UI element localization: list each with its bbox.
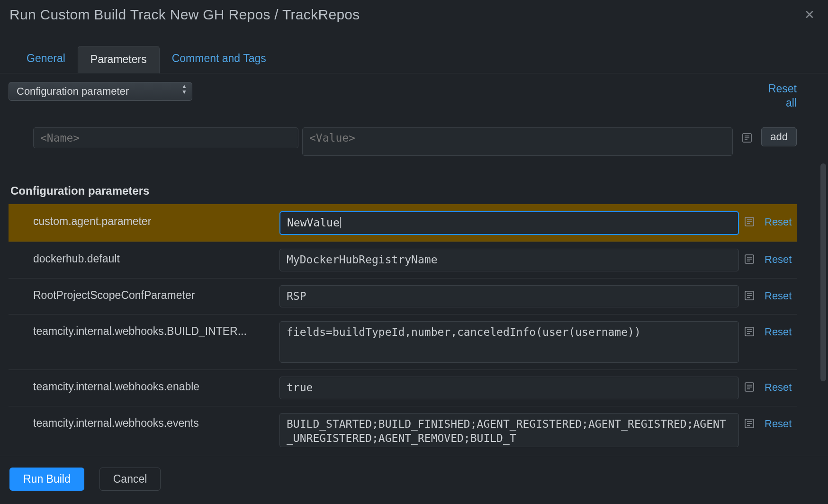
chevron-updown-icon: ▲▼: [181, 84, 187, 94]
edit-spec-icon[interactable]: [744, 381, 755, 393]
close-icon[interactable]: ✕: [804, 9, 815, 21]
tab-comment-and-tags[interactable]: Comment and Tags: [160, 45, 279, 73]
run-build-button[interactable]: Run Build: [9, 468, 84, 491]
param-row: teamcity.internal.webhooks.BUILD_INTER..…: [9, 314, 797, 369]
edit-spec-icon[interactable]: [744, 253, 755, 265]
param-row: teamcity.internal.webhooks.enabletrueRes…: [9, 369, 797, 406]
param-value-input[interactable]: NewValue: [279, 211, 739, 235]
reset-link[interactable]: Reset: [760, 321, 797, 338]
param-value-input[interactable]: BUILD_STARTED;BUILD_FINISHED;AGENT_REGIS…: [279, 413, 739, 447]
param-row: custom.agent.parameterNewValueReset: [9, 204, 797, 242]
param-value-input[interactable]: MyDockerHubRegistryName: [279, 249, 739, 271]
param-name: teamcity.internal.webhooks.BUILD_INTER..…: [9, 321, 279, 338]
parameter-type-select[interactable]: Configuration parameter ▲▼: [9, 82, 192, 101]
tab-general[interactable]: General: [14, 45, 78, 73]
edit-spec-icon[interactable]: [744, 326, 755, 337]
param-row: dockerhub.defaultMyDockerHubRegistryName…: [9, 242, 797, 278]
param-name: custom.agent.parameter: [9, 211, 279, 228]
reset-link[interactable]: Reset: [760, 249, 797, 266]
param-name: teamcity.internal.webhooks.enable: [9, 377, 279, 393]
dialog-titlebar: Run Custom Build Track New GH Repos / Tr…: [0, 0, 828, 29]
param-name: teamcity.internal.webhooks.events: [9, 413, 279, 430]
parameters-list: custom.agent.parameterNewValueResetdocke…: [9, 204, 797, 454]
param-row: teamcity.internal.webhooks.eventsBUILD_S…: [9, 406, 797, 454]
section-heading: Configuration parameters: [10, 184, 797, 198]
content-area: Configuration parameter ▲▼ Reset all add…: [0, 73, 828, 456]
edit-spec-icon[interactable]: [744, 216, 755, 227]
reset-link[interactable]: Reset: [760, 285, 797, 302]
cancel-button[interactable]: Cancel: [99, 468, 161, 491]
edit-spec-icon[interactable]: [744, 418, 755, 429]
reset-link[interactable]: Reset: [760, 377, 797, 394]
reset-all-link[interactable]: Reset all: [768, 82, 797, 110]
edit-spec-icon[interactable]: [744, 290, 755, 301]
dialog-footer: Run Build Cancel: [0, 456, 828, 504]
top-row: Configuration parameter ▲▼ Reset all: [9, 82, 797, 110]
tab-bar: General Parameters Comment and Tags: [0, 29, 828, 73]
reset-link[interactable]: Reset: [760, 211, 797, 228]
add-button[interactable]: add: [761, 127, 797, 146]
edit-spec-icon[interactable]: [741, 132, 753, 144]
param-value-input[interactable]: fields=buildTypeId,number,canceledInfo(u…: [279, 321, 739, 363]
param-value-input[interactable]: RSP: [279, 285, 739, 308]
run-custom-build-dialog: Run Custom Build Track New GH Repos / Tr…: [0, 0, 828, 504]
add-parameter-row: add: [9, 127, 797, 156]
parameter-value-input[interactable]: [302, 127, 733, 156]
parameter-name-input[interactable]: [33, 127, 298, 148]
param-row: RootProjectScopeConfParameterRSPReset: [9, 278, 797, 315]
param-value-input[interactable]: true: [279, 377, 739, 399]
param-name: RootProjectScopeConfParameter: [9, 285, 279, 302]
reset-link[interactable]: Reset: [760, 413, 797, 430]
param-name: dockerhub.default: [9, 249, 279, 265]
select-label: Configuration parameter: [17, 85, 129, 98]
tab-parameters[interactable]: Parameters: [78, 46, 160, 73]
scrollbar[interactable]: [820, 163, 826, 381]
dialog-title: Run Custom Build Track New GH Repos / Tr…: [9, 7, 360, 23]
